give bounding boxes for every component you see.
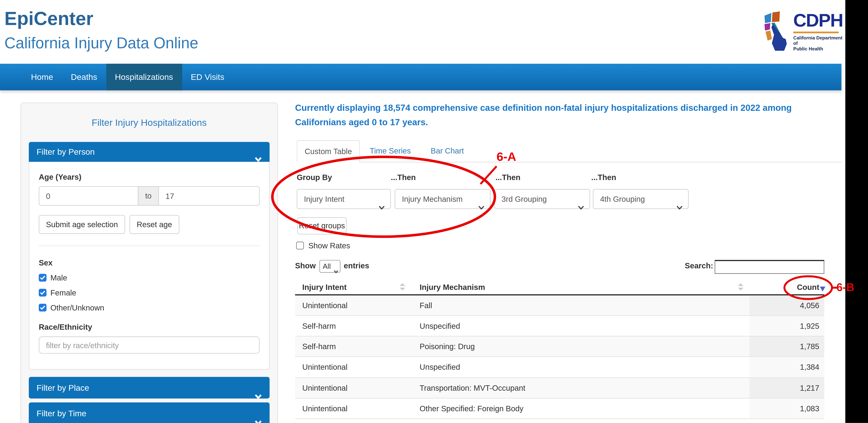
sex-option-female[interactable]: Female	[39, 288, 260, 297]
cdph-logo-text: CDPH California Department of Public Hea…	[793, 11, 843, 54]
page-subtitle: California Injury Data Online	[4, 34, 198, 52]
checkbox-checked-icon[interactable]	[39, 289, 46, 297]
summary-text-line1: Currently displaying 18,574 comprehensiv…	[295, 103, 792, 113]
table-row: Self-harm Unspecified 1,925	[295, 316, 825, 337]
sort-both-icon[interactable]	[738, 283, 744, 290]
age-max-input[interactable]	[158, 186, 259, 206]
checkbox-checked-icon[interactable]	[39, 274, 46, 281]
sidebar-title: Filter Injury Hospitalizations	[21, 117, 277, 129]
entries-label: entries	[344, 261, 369, 270]
chevron-down-icon	[478, 197, 485, 216]
then-label-3: ...Then	[591, 173, 616, 182]
filter-by-person-body: Age (Years) to Submit age selection Rese…	[29, 162, 270, 370]
chevron-down-icon	[254, 149, 262, 169]
page-title: EpiCenter	[4, 8, 93, 29]
cdph-state-icon	[764, 11, 790, 54]
cdph-acronym: CDPH	[793, 11, 843, 30]
submit-age-button[interactable]: Submit age selection	[39, 215, 125, 234]
filter-by-person-section: Filter by Person Age (Years) to Submit a…	[29, 142, 270, 370]
sex-option-male[interactable]: Male	[39, 273, 260, 282]
main-nav: Home Deaths Hospitalizations ED Visits	[0, 64, 841, 90]
group-by-label: Group By	[297, 173, 332, 182]
table-row: Unintentional Transportation: MVT-Occupa…	[295, 378, 825, 398]
table-row: Unintentional Unspecified 1,384	[295, 357, 825, 378]
chevron-down-icon	[379, 197, 385, 216]
epicenter-page: EpiCenter California Injury Data Online …	[0, 0, 868, 423]
column-header-injury-intent[interactable]: Injury Intent	[302, 283, 347, 292]
sort-descending-icon[interactable]	[820, 287, 825, 292]
race-ethnicity-input[interactable]	[39, 336, 260, 354]
column-header-injury-mechanism[interactable]: Injury Mechanism	[420, 283, 485, 292]
table-row: Unintentional Other Specified: Foreign B…	[295, 398, 825, 419]
chevron-down-icon	[578, 197, 584, 216]
column-header-count[interactable]: Count	[749, 283, 819, 292]
search-label: Search:	[685, 261, 713, 270]
cdph-org-line1: California Department of	[793, 35, 843, 46]
nav-item-home[interactable]: Home	[22, 64, 62, 90]
group-by-select-1[interactable]: Injury Intent	[297, 189, 391, 209]
page-size-select[interactable]: All	[319, 260, 340, 273]
filter-sidebar: Filter Injury Hospitalizations Filter by…	[21, 103, 278, 423]
age-range-group: to	[39, 186, 260, 206]
section-divider	[39, 246, 260, 246]
search-input[interactable]	[715, 260, 825, 274]
results-table: Unintentional Fall 4,056 Self-harm Unspe…	[295, 295, 825, 419]
nav-item-hospitalizations[interactable]: Hospitalizations	[106, 64, 182, 90]
nav-item-deaths[interactable]: Deaths	[62, 64, 106, 90]
filter-by-place-header[interactable]: Filter by Place	[29, 377, 270, 398]
filter-by-time-header[interactable]: Filter by Time	[29, 402, 270, 423]
group-by-select-4[interactable]: 4th Grouping	[593, 189, 688, 209]
age-label: Age (Years)	[39, 172, 260, 181]
chevron-down-icon	[334, 265, 338, 277]
show-rates-checkbox[interactable]	[296, 242, 304, 249]
cdph-org-line2: Public Health	[793, 46, 843, 52]
age-separator: to	[138, 186, 159, 206]
cdph-logo: CDPH California Department of Public Hea…	[764, 11, 841, 54]
chevron-down-icon	[254, 411, 262, 423]
nav-item-ed-visits[interactable]: ED Visits	[182, 64, 233, 90]
reset-groups-button[interactable]: Reset groups	[297, 217, 346, 234]
show-entries-label: Show	[295, 261, 316, 270]
sex-label: Sex	[39, 258, 260, 267]
reset-age-button[interactable]: Reset age	[129, 215, 179, 234]
show-rates-label: Show Rates	[308, 241, 350, 250]
sort-both-icon[interactable]	[400, 283, 405, 290]
then-label-1: ...Then	[391, 173, 416, 182]
right-edge-strip	[845, 0, 868, 423]
group-by-select-3[interactable]: 3rd Grouping	[494, 189, 590, 209]
annotation-6a-label: 6-A	[497, 150, 516, 164]
summary-text-line2: Californians aged 0 to 17 years.	[295, 117, 428, 128]
chevron-down-icon	[677, 197, 683, 216]
age-min-input[interactable]	[39, 186, 138, 206]
then-label-2: ...Then	[495, 173, 521, 182]
table-row: Self-harm Poisoning: Drug 1,785	[295, 337, 825, 357]
table-row: Unintentional Fall 4,056	[295, 295, 825, 316]
group-by-select-2[interactable]: Injury Mechanism	[395, 189, 490, 209]
sex-option-other-unknown[interactable]: Other/Unknown	[39, 303, 260, 312]
checkbox-checked-icon[interactable]	[39, 304, 46, 311]
race-ethnicity-label: Race/Ethnicity	[39, 322, 260, 332]
annotation-6b-label: 6-B	[836, 281, 855, 294]
tab-bar-chart[interactable]: Bar Chart	[428, 140, 467, 162]
tab-time-series[interactable]: Time Series	[368, 140, 413, 162]
tab-custom-table[interactable]: Custom Table	[297, 140, 360, 162]
cdph-logo-rule	[793, 32, 839, 33]
filter-by-person-header[interactable]: Filter by Person	[29, 142, 270, 162]
